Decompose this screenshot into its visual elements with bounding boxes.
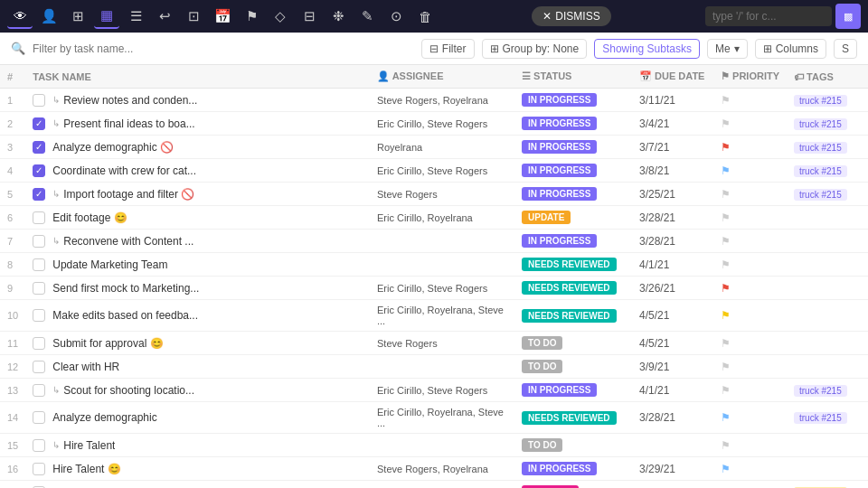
- toolbar-avatar[interactable]: ▩: [835, 4, 861, 29]
- table-row[interactable]: 6 Edit footage 😊 Eric Cirillo, Royelrana…: [0, 206, 868, 230]
- toolbar-icon-minus-box[interactable]: ⊟: [297, 4, 322, 29]
- toolbar-icon-box[interactable]: ⊡: [181, 4, 206, 29]
- table-row[interactable]: 9 Send first mock to Marketing... Eric C…: [0, 277, 868, 300]
- toolbar-icon-user[interactable]: 👤: [36, 4, 61, 29]
- row-task[interactable]: Submit for approval 😊: [25, 332, 370, 355]
- toolbar-icon-table[interactable]: ▦: [94, 4, 119, 29]
- row-task[interactable]: ↳ Reconvene with Content ...: [25, 230, 370, 253]
- row-task[interactable]: Analyze demographic: [25, 402, 370, 434]
- row-status[interactable]: STOCKED: [514, 481, 632, 489]
- table-row[interactable]: 12 Clear with HR TO DO 3/9/21 ⚑: [0, 355, 868, 379]
- row-status[interactable]: IN PROGRESS: [514, 379, 632, 402]
- table-row[interactable]: 8 Update Marketing Team NEEDS REVIEWED 4…: [0, 253, 868, 277]
- table-row[interactable]: 15 ↳ Hire Talent TO DO ⚑: [0, 434, 868, 457]
- row-status[interactable]: TO DO: [514, 434, 632, 457]
- table-row[interactable]: 11 Submit for approval 😊 Steve Rogers TO…: [0, 332, 868, 355]
- row-status[interactable]: IN PROGRESS: [514, 159, 632, 183]
- global-search-input[interactable]: [705, 6, 832, 26]
- row-checkbox[interactable]: [33, 384, 45, 397]
- row-checkbox[interactable]: [33, 361, 45, 373]
- row-checkbox[interactable]: [33, 463, 45, 475]
- row-checkbox[interactable]: [33, 235, 45, 248]
- table-row[interactable]: 13 ↳ Scout for shooting locatio... Eric …: [0, 379, 868, 402]
- table-row[interactable]: 10 Make edits based on feedba... Eric Ci…: [0, 300, 868, 332]
- row-status[interactable]: IN PROGRESS: [514, 183, 632, 206]
- row-task[interactable]: ✓ ↳ Present final ideas to boa...: [25, 112, 370, 136]
- toolbar-icon-circle[interactable]: ⊙: [383, 4, 409, 29]
- toolbar-icon-eye[interactable]: 👁: [7, 4, 33, 29]
- row-assignee: [370, 253, 514, 277]
- col-header-priority[interactable]: ⚑ PRIORITY: [713, 65, 787, 89]
- table-row[interactable]: 5 ✓ ↳ Import footage and filter 🚫 Steve …: [0, 183, 868, 206]
- table-row[interactable]: 1 ↳ Review notes and conden... Steve Rog…: [0, 89, 868, 112]
- toolbar-icon-diamond[interactable]: ◇: [268, 4, 293, 29]
- row-checkbox[interactable]: ✓: [33, 117, 45, 130]
- row-task[interactable]: Make edits based on feedba...: [25, 300, 370, 332]
- row-task[interactable]: Clear with HR: [25, 355, 370, 379]
- row-checkbox[interactable]: [33, 309, 45, 322]
- col-header-assignee[interactable]: 👤 ASSIGNEE: [370, 65, 514, 89]
- row-checkbox[interactable]: ✓: [33, 164, 45, 177]
- filter-button[interactable]: ⊟ Filter: [421, 39, 475, 59]
- row-checkbox[interactable]: [33, 258, 45, 271]
- columns-button[interactable]: ⊞ Columns: [755, 39, 826, 59]
- row-status[interactable]: NEEDS REVIEWED: [514, 402, 632, 434]
- row-task[interactable]: ↳ Scout for shooting locatio...: [25, 379, 370, 402]
- s-button[interactable]: S: [834, 39, 857, 59]
- row-task[interactable]: ↳ Hire Talent: [25, 434, 370, 457]
- table-row[interactable]: 2 ✓ ↳ Present final ideas to boa... Eric…: [0, 112, 868, 136]
- row-status[interactable]: NEEDS REVIEWED: [514, 300, 632, 332]
- table-row[interactable]: 17 #3478 Eric Cirillo STOCKED 4/7/21 ⚑ t…: [0, 481, 868, 489]
- tag-badge: truck #215: [794, 385, 847, 397]
- row-status[interactable]: IN PROGRESS: [514, 230, 632, 253]
- row-checkbox[interactable]: [33, 411, 45, 424]
- row-task[interactable]: Edit footage 😊: [25, 206, 370, 230]
- row-checkbox[interactable]: [33, 439, 45, 452]
- row-status[interactable]: NEEDS REVIEWED: [514, 253, 632, 277]
- row-task[interactable]: Send first mock to Marketing...: [25, 277, 370, 300]
- me-button[interactable]: Me ▾: [707, 39, 748, 59]
- col-header-status[interactable]: ☰ STATUS: [514, 65, 632, 89]
- row-checkbox[interactable]: [33, 94, 45, 107]
- col-header-due[interactable]: 📅 DUE DATE: [632, 65, 713, 89]
- table-row[interactable]: 16 Hire Talent 😊 Steve Rogers, Royelrana…: [0, 457, 868, 481]
- toolbar-icon-asterisk[interactable]: ❉: [326, 4, 351, 29]
- row-task[interactable]: ✓ Coordinate with crew for cat...: [25, 159, 370, 183]
- row-checkbox[interactable]: [33, 211, 45, 224]
- toolbar-icon-calendar[interactable]: 📅: [210, 4, 235, 29]
- row-status[interactable]: TO DO: [514, 355, 632, 379]
- row-checkbox[interactable]: ✓: [33, 188, 45, 201]
- row-checkbox[interactable]: ✓: [33, 141, 45, 154]
- table-row[interactable]: 14 Analyze demographic Eric Cirillo, Roy…: [0, 402, 868, 434]
- row-task[interactable]: Update Marketing Team: [25, 253, 370, 277]
- dismiss-button[interactable]: ✕ DISMISS: [532, 6, 610, 26]
- row-task[interactable]: Hire Talent 😊: [25, 457, 370, 481]
- row-task[interactable]: ↳ Review notes and conden...: [25, 89, 370, 112]
- col-header-task[interactable]: TASK NAME: [25, 65, 370, 89]
- col-header-tags[interactable]: 🏷 TAGS: [787, 65, 868, 89]
- filter-input[interactable]: [33, 42, 213, 55]
- row-status[interactable]: IN PROGRESS: [514, 136, 632, 159]
- row-status[interactable]: NEEDS REVIEWED: [514, 277, 632, 300]
- table-row[interactable]: 7 ↳ Reconvene with Content ... IN PROGRE…: [0, 230, 868, 253]
- group-by-button[interactable]: ⊞ Group by: None: [482, 39, 588, 59]
- toolbar-icon-grid[interactable]: ⊞: [65, 4, 90, 29]
- row-status[interactable]: IN PROGRESS: [514, 112, 632, 136]
- toolbar-icon-list[interactable]: ☰: [123, 4, 148, 29]
- toolbar-icon-trash[interactable]: 🗑: [412, 4, 438, 29]
- toolbar-icon-flag[interactable]: ⚑: [239, 4, 264, 29]
- table-row[interactable]: 4 ✓ Coordinate with crew for cat... Eric…: [0, 159, 868, 183]
- row-status[interactable]: UPDATE: [514, 206, 632, 230]
- row-status[interactable]: IN PROGRESS: [514, 457, 632, 481]
- subtasks-button[interactable]: Showing Subtasks: [594, 39, 700, 59]
- row-checkbox[interactable]: [33, 282, 45, 295]
- row-task[interactable]: ✓ ↳ Import footage and filter 🚫: [25, 183, 370, 206]
- toolbar-icon-edit[interactable]: ✎: [354, 4, 380, 29]
- row-status[interactable]: IN PROGRESS: [514, 89, 632, 112]
- toolbar-icon-undo[interactable]: ↩: [152, 4, 177, 29]
- table-row[interactable]: 3 ✓ Analyze demographic 🚫 Royelrana IN P…: [0, 136, 868, 159]
- row-status[interactable]: TO DO: [514, 332, 632, 355]
- row-task[interactable]: #3478: [25, 481, 370, 489]
- row-checkbox[interactable]: [33, 337, 45, 350]
- row-task[interactable]: ✓ Analyze demographic 🚫: [25, 136, 370, 159]
